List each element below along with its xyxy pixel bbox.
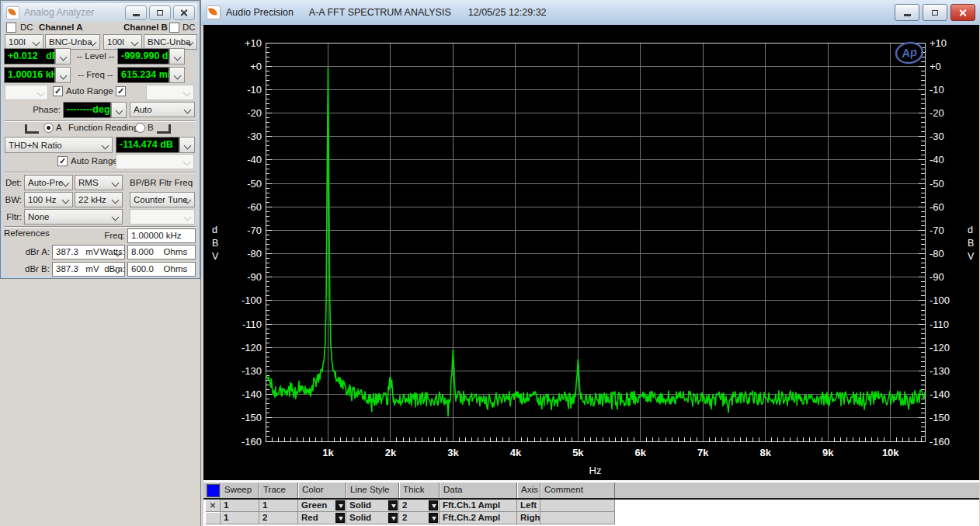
column-header-color[interactable]: Color [298, 482, 346, 498]
cell-color[interactable]: Red [298, 512, 346, 524]
restore-button[interactable] [923, 4, 947, 21]
dbr-a-label: dBr A: [17, 247, 50, 256]
references-label: References [4, 228, 50, 238]
column-header-data[interactable]: Data [440, 482, 517, 498]
cell-trace[interactable]: 1 [259, 500, 298, 512]
fft-spectrum-chart[interactable]: +10+10+0+0-10-10-20-20-30-30-40-40-50-50… [203, 25, 979, 480]
cell-line-style[interactable]: Solid [346, 512, 399, 524]
freq-a-display[interactable]: 1.00016 kHz [4, 67, 71, 83]
cell-comment[interactable] [540, 512, 615, 524]
counter-tune-select[interactable]: Counter Tune [130, 192, 195, 207]
function-reading-display[interactable]: -114.474 dB [116, 137, 194, 153]
close-icon [959, 9, 968, 17]
dropdown-button[interactable] [335, 500, 345, 510]
y-axis-label-right: -30 [930, 131, 944, 142]
row-select-button[interactable]: ✕ [205, 500, 221, 512]
close-button[interactable] [950, 4, 975, 21]
bpbr-freq-select[interactable] [130, 209, 195, 225]
column-header-line-style[interactable]: Line Style [346, 482, 399, 498]
watts-input[interactable]: 8.000 Ohms [127, 245, 196, 260]
bw-high-select[interactable]: 22 kHz [75, 192, 123, 207]
column-header-axis[interactable]: Axis [517, 482, 540, 498]
level-b-display[interactable]: -999.990 dBV [117, 48, 186, 64]
cell-axis[interactable]: Left [517, 500, 540, 512]
trace-table-panel: Sweep Trace Color Line Style Thick Data … [203, 480, 979, 526]
column-header-thick[interactable]: Thick [399, 482, 440, 498]
column-header-sweep[interactable]: Sweep [221, 482, 259, 498]
watts-label: Watts: [95, 247, 125, 256]
cell-thick[interactable]: 2 [399, 512, 440, 524]
cell-data[interactable]: Fft.Ch.1 Ampl [440, 500, 517, 512]
dropdown-button[interactable] [429, 500, 438, 510]
auto-range-b-checkbox[interactable]: ✓ [116, 86, 126, 96]
y-axis-label-left: -90 [247, 271, 262, 283]
plot-frame [266, 43, 925, 441]
dc-label-a: DC [20, 23, 33, 32]
detector-select[interactable]: Auto-Pre [24, 175, 73, 190]
column-header-trace[interactable]: Trace [259, 482, 298, 498]
channel-a-connector-select[interactable]: BNC-Unba [45, 34, 100, 50]
close-button[interactable] [173, 5, 195, 20]
audio-precision-titlebar[interactable]: Audio Precision A-A FFT SPECTRUM ANALYSI… [201, 0, 980, 26]
chevron-down-icon [33, 39, 40, 47]
function-auto-range-checkbox[interactable]: ✓ [57, 156, 68, 166]
channel-a-impedance-select[interactable]: 100l [5, 34, 43, 50]
channel-b-connector-select[interactable]: BNC-Unba [144, 34, 197, 50]
x-axis-label: 6k [635, 447, 647, 458]
screen: Analog Analyzer DC Channel A Channel B D… [0, 0, 980, 526]
minimize-button[interactable] [895, 4, 919, 21]
function-range-select[interactable] [116, 154, 194, 169]
level-a-display[interactable]: +0.012 dBV [4, 48, 71, 64]
row-select-button[interactable] [205, 512, 221, 524]
cell-comment[interactable] [540, 500, 615, 512]
function-reading-a-radio[interactable] [43, 123, 54, 133]
y-axis-title-left: B [212, 238, 218, 249]
dropdown-button[interactable] [335, 513, 345, 523]
range-b-select[interactable] [146, 85, 194, 100]
dc-coupling-a-checkbox[interactable] [6, 23, 16, 33]
cell-data[interactable]: Fft.Ch.2 Ampl [440, 512, 517, 524]
phase-display[interactable]: --------deg [63, 102, 127, 118]
column-header-comment[interactable]: Comment [540, 482, 615, 498]
y-axis-label-right: -50 [930, 178, 944, 190]
det-label: Det: [3, 178, 22, 187]
cell-sweep[interactable]: 1 [221, 500, 259, 512]
function-select[interactable]: THD+N Ratio [5, 137, 113, 153]
y-axis-label-right: -70 [930, 225, 944, 236]
analog-analyzer-titlebar[interactable]: Analog Analyzer [3, 3, 197, 22]
dbm-input[interactable]: 600.0 Ohms [127, 262, 196, 277]
cell-line-style[interactable]: Solid [346, 500, 399, 512]
function-reading-b-radio[interactable] [135, 123, 145, 133]
chevron-down-icon [112, 197, 120, 204]
dropdown-button[interactable] [429, 513, 438, 523]
y-axis-label-left: -40 [247, 154, 262, 165]
filter-select[interactable]: None [24, 209, 123, 225]
maximize-button[interactable] [149, 5, 171, 20]
minimize-button[interactable] [125, 5, 147, 20]
range-a-select[interactable] [5, 85, 48, 100]
phase-mode-select[interactable]: Auto [130, 102, 195, 117]
spectrum-plot[interactable]: +10+10+0+0-10-10-20-20-30-30-40-40-50-50… [203, 25, 979, 480]
cell-color[interactable]: Green [298, 500, 346, 512]
freq-b-display[interactable]: 615.234 mHz [117, 67, 186, 83]
cell-trace[interactable]: 2 [259, 512, 298, 524]
ref-freq-input[interactable]: 1.00000 kHz [127, 228, 196, 243]
cell-axis[interactable]: Righ [517, 512, 540, 524]
detector-type-select[interactable]: RMS [75, 175, 123, 190]
cell-thick[interactable]: 2 [399, 500, 440, 512]
dropdown-button[interactable] [388, 513, 398, 523]
dropdown-button[interactable] [388, 500, 398, 510]
document-title: A-A FFT SPECTRUM ANALYSIS [309, 7, 451, 18]
bw-low-select[interactable]: 100 Hz [24, 192, 73, 207]
y-axis-label-right: -150 [930, 412, 950, 423]
selector-column-header[interactable] [205, 482, 221, 498]
dc-coupling-b-checkbox[interactable] [169, 23, 179, 33]
chevron-down-icon [184, 142, 192, 150]
audio-precision-icon [207, 5, 221, 19]
cell-sweep[interactable]: 1 [221, 512, 259, 524]
phase-label: Phase: [26, 105, 61, 114]
chevron-down-icon [184, 106, 192, 114]
channel-b-impedance-select[interactable]: 100l [103, 34, 142, 50]
auto-range-a-checkbox[interactable]: ✓ [53, 86, 63, 96]
minimize-icon [904, 14, 911, 16]
